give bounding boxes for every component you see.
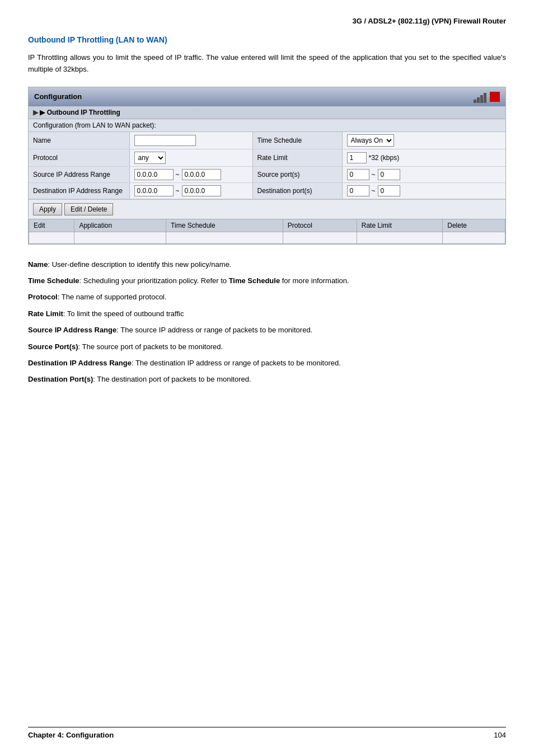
col-protocol: Protocol (283, 219, 357, 232)
desc-source-ports-term: Source Port(s) (28, 342, 78, 351)
intro-text: IP Throttling allows you to limit the sp… (28, 52, 506, 76)
config-box: Configuration ▶ ▶ Outbound IP Throttling… (28, 87, 506, 245)
col-application: Application (74, 219, 166, 232)
source-ports-group: ~ (347, 169, 502, 180)
source-port-to[interactable] (378, 169, 400, 180)
form-row-name: Name Time Schedule Always On (29, 132, 505, 149)
results-header-row: Edit Application Time Schedule Protocol … (29, 219, 505, 232)
description-section: Name: User-define description to identif… (28, 258, 506, 386)
bar2 (477, 97, 480, 103)
desc-time-schedule-def2: for more information. (280, 276, 349, 285)
desc-dest-ip: Destination IP Address Range: The destin… (28, 356, 506, 369)
source-ip-from[interactable] (134, 169, 174, 180)
source-port-from[interactable] (347, 169, 369, 180)
page-header: 3G / ADSL2+ (802.11g) (VPN) Firewall Rou… (28, 17, 506, 25)
dest-port-from[interactable] (347, 185, 369, 196)
config-subtitle: Configuration (from LAN to WAN packet): (29, 119, 505, 132)
dest-ip-from[interactable] (134, 185, 174, 196)
results-table: Edit Application Time Schedule Protocol … (29, 219, 505, 244)
bar4 (484, 93, 486, 103)
section-title: Outbound IP Throttling (LAN to WAN) (28, 35, 506, 44)
config-header: Configuration (29, 87, 505, 106)
rate-limit-group: *32 (kbps) (347, 152, 502, 163)
source-ip-input-cell: ~ (129, 166, 252, 182)
desc-dest-ports-def: : The destination port of packets to be … (93, 375, 251, 383)
bar3 (480, 95, 483, 103)
footer-right: 104 (494, 731, 506, 739)
rate-limit-input-cell: *32 (kbps) (342, 149, 505, 166)
time-schedule-select[interactable]: Always On (347, 134, 394, 147)
source-ports-input-cell: ~ (342, 166, 505, 182)
desc-protocol-def: : The name of supported protocol. (58, 293, 167, 301)
button-row: Apply Edit / Delete (29, 199, 505, 219)
col-delete: Delete (443, 219, 505, 232)
source-ip-separator: ~ (176, 171, 180, 179)
dest-ports-label: Destination port(s) (252, 182, 342, 199)
rate-limit-unit: *32 (kbps) (369, 154, 400, 162)
dest-port-to[interactable] (378, 185, 400, 196)
rate-limit-label: Rate Limit (252, 149, 342, 166)
desc-source-ip: Source IP Address Range: The source IP a… (28, 323, 506, 336)
footer-left: Chapter 4: Configuration (28, 731, 114, 739)
outbound-section-label: ▶ ▶ Outbound IP Throttling (29, 106, 505, 119)
desc-name: Name: User-define description to identif… (28, 258, 506, 271)
form-row-dest-ip: Destination IP Address Range ~ Destinati… (29, 182, 505, 199)
desc-rate-limit-def: : To limit the speed of outbound traffic (63, 309, 184, 318)
col-time-schedule: Time Schedule (166, 219, 283, 232)
source-ports-label: Source port(s) (252, 166, 342, 182)
source-ip-to[interactable] (182, 169, 221, 180)
desc-rate-limit-term: Rate Limit (28, 309, 63, 318)
protocol-select[interactable]: any TCP UDP ICMP (134, 152, 166, 164)
col-rate-limit: Rate Limit (357, 219, 443, 232)
outbound-label: ▶ Outbound IP Throttling (40, 109, 120, 116)
dest-ip-range-group: ~ (134, 185, 248, 196)
name-label: Name (29, 132, 129, 149)
section-arrow: ▶ (33, 109, 40, 116)
empty-delete (443, 232, 505, 243)
source-ip-range-group: ~ (134, 169, 248, 180)
dest-ip-to[interactable] (182, 185, 221, 196)
desc-name-term: Name (28, 260, 48, 269)
desc-dest-ports: Destination Port(s): The destination por… (28, 373, 506, 386)
col-edit: Edit (29, 219, 74, 232)
name-input[interactable] (134, 135, 196, 146)
bar1 (474, 100, 476, 103)
desc-source-ip-def: : The source IP address or range of pack… (116, 326, 312, 334)
dest-ip-label: Destination IP Address Range (29, 182, 129, 199)
apply-button[interactable]: Apply (33, 203, 62, 215)
desc-source-ip-term: Source IP Address Range (28, 326, 116, 334)
signal-bars-icon (474, 91, 486, 103)
source-port-separator: ~ (372, 171, 376, 179)
config-panel-title: Configuration (34, 92, 82, 101)
desc-source-ports: Source Port(s): The source port of packe… (28, 340, 506, 353)
dest-ip-separator: ~ (176, 187, 180, 195)
dest-port-separator: ~ (372, 187, 376, 195)
empty-application (74, 232, 166, 243)
desc-protocol: Protocol: The name of supported protocol… (28, 290, 506, 303)
red-square-icon (490, 92, 500, 102)
rate-limit-input[interactable] (347, 152, 367, 163)
page-footer: Chapter 4: Configuration 104 (28, 727, 506, 739)
desc-time-schedule-def: : Scheduling your prioritization policy.… (79, 276, 229, 285)
desc-protocol-term: Protocol (28, 293, 58, 301)
form-row-protocol: Protocol any TCP UDP ICMP Rate Limit *32… (29, 149, 505, 166)
protocol-input-cell: any TCP UDP ICMP (129, 149, 252, 166)
config-form-table: Name Time Schedule Always On Protocol an… (29, 132, 505, 199)
empty-rate-limit (357, 232, 443, 243)
desc-time-schedule-ref: Time Schedule (229, 276, 280, 285)
protocol-label: Protocol (29, 149, 129, 166)
desc-dest-ip-term: Destination IP Address Range (28, 359, 132, 367)
desc-source-ports-def: : The source port of packets to be monit… (78, 342, 223, 351)
desc-rate-limit: Rate Limit: To limit the speed of outbou… (28, 307, 506, 320)
dest-ip-input-cell: ~ (129, 182, 252, 199)
desc-dest-ports-term: Destination Port(s) (28, 375, 93, 383)
edit-delete-button[interactable]: Edit / Delete (64, 203, 113, 215)
header-icon (474, 91, 500, 103)
empty-protocol (283, 232, 357, 243)
dest-ports-group: ~ (347, 185, 502, 196)
desc-name-def: : User-define description to identify th… (48, 260, 231, 269)
name-input-cell (129, 132, 252, 149)
dest-ports-input-cell: ~ (342, 182, 505, 199)
results-empty-row (29, 232, 505, 243)
desc-time-schedule: Time Schedule: Scheduling your prioritiz… (28, 274, 506, 287)
